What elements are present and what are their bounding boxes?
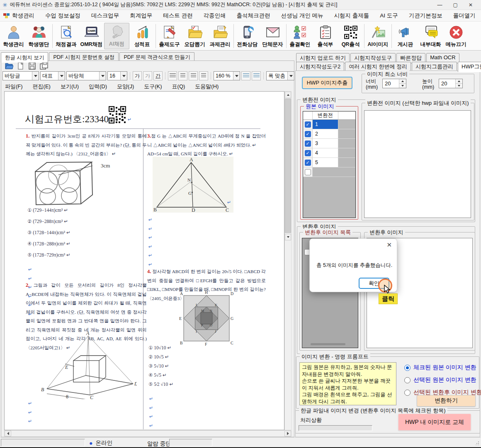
list-item[interactable]: ✓ 1 — [303, 120, 355, 129]
radio-unselected-icon[interactable] — [404, 377, 411, 383]
menu-printing[interactable]: 각종인쇄 — [198, 10, 231, 21]
resize-grip[interactable] — [475, 441, 479, 445]
menu-desk-work[interactable]: 데스크업무 — [86, 10, 125, 21]
checkbox-unchecked[interactable] — [305, 169, 311, 175]
list-item[interactable]: ✓ 4 — [303, 148, 355, 158]
bold-button[interactable]: 가 — [133, 71, 142, 80]
indent-decrease-button[interactable] — [252, 71, 261, 80]
radio-selected-icon[interactable] — [404, 365, 411, 371]
style-preset-combo[interactable]: 대표 — [40, 71, 65, 80]
menu-students[interactable]: 학생관리 — [7, 10, 40, 21]
tab-hwp-image-convert[interactable]: HWP그림변환 — [458, 62, 481, 72]
toolbar-report-card[interactable]: 성적표 — [129, 23, 155, 49]
checkbox-checked[interactable]: ✓ — [305, 160, 311, 166]
hwp-menu-input[interactable]: 입력(D) — [89, 82, 112, 91]
source-image-list[interactable]: 변환전 ✓ 1 ✓ 2 ✓ 3 ✓ 4 ✓ 5 — [303, 111, 356, 218]
spinner-arrows[interactable] — [455, 79, 462, 88]
align-right-button[interactable] — [199, 71, 208, 80]
scroll-down-button[interactable] — [285, 234, 291, 240]
hwp-menu-edit[interactable]: 편집(E) — [33, 82, 56, 91]
italic-button[interactable]: 가 — [143, 71, 152, 80]
window-maximize-icon[interactable]: ▢ — [453, 0, 458, 10]
toolbar-attendance-confirm[interactable]: 출결확인 — [287, 23, 313, 49]
spinner-arrows[interactable] — [399, 79, 406, 88]
menu-org-info[interactable]: 기관기본정보 — [403, 10, 448, 21]
width-spinner[interactable]: 20 — [382, 79, 406, 88]
save-icon[interactable] — [28, 62, 36, 70]
document-vertical-scrollbar[interactable] — [284, 91, 292, 430]
underline-button[interactable]: 간 — [153, 71, 163, 80]
alarm-stop-label[interactable]: 알람 중단 — [147, 440, 171, 448]
checkbox-checked[interactable]: ✓ — [305, 150, 311, 156]
hwp-menu-shape[interactable]: 모양(J) — [117, 82, 139, 91]
radio-convert-selected-source[interactable]: 선택된 원본 이미지 변환 — [404, 376, 476, 384]
checkbox-checked[interactable]: ✓ — [305, 131, 311, 137]
list-item[interactable]: ✓ 3 — [303, 139, 355, 148]
toolbar-student-roster[interactable]: 학생명단 — [26, 23, 51, 49]
zoom-combo[interactable]: 160 % — [214, 71, 240, 80]
toolbar-wrong-answer[interactable]: 오답뽑기 — [182, 23, 207, 49]
align-left-button[interactable] — [178, 71, 187, 80]
menu-accounting[interactable]: 회계업무 — [124, 10, 158, 21]
hwp-menu-table[interactable]: 표(Q) — [172, 82, 190, 91]
menu-attendance-check[interactable]: 출석체크관련 — [231, 10, 276, 21]
toolbar-group-sms[interactable]: 단체문자 — [260, 23, 285, 49]
checkbox-checked[interactable]: ✓ — [305, 121, 311, 128]
menu-class-settings[interactable]: 수업 정보설정 — [40, 10, 86, 21]
hwp-extract-button[interactable]: HWP 이미지추출 — [302, 77, 352, 89]
window-minimize-icon[interactable]: — — [437, 0, 442, 10]
toolbar-grading-result[interactable]: 채점결과 — [53, 23, 79, 49]
fit-width-combo[interactable]: 폭 맞춤 — [266, 71, 294, 80]
hwp-menu-view[interactable]: 보기(U) — [61, 82, 84, 91]
hwp-menu-file[interactable]: 파일(F) — [5, 82, 28, 91]
close-circle-icon — [448, 24, 464, 40]
open-folder-icon[interactable] — [5, 62, 13, 70]
menu-open-folder[interactable]: 폴더열기 — [448, 10, 481, 21]
dialog-close-icon[interactable]: ✕ — [386, 241, 392, 249]
save-as-icon[interactable] — [40, 62, 48, 70]
tab-hwp-exam-view[interactable]: 한글 시험지 보기 — [1, 52, 48, 63]
toolbar-menu-off[interactable]: 메뉴끄기 — [443, 23, 469, 49]
radio-unselected-icon[interactable] — [404, 390, 411, 396]
document-horizontal-scrollbar[interactable] — [4, 430, 292, 437]
list-item[interactable]: ✓ 2 — [303, 129, 355, 139]
window-close-icon[interactable]: ✕ — [469, 0, 473, 10]
indent-increase-button[interactable] — [241, 71, 250, 80]
toolbar-phone-consult[interactable]: 전화상담 — [235, 23, 260, 49]
radio-convert-checked-source[interactable]: 체크된 원본 이미지 변환 — [404, 364, 476, 371]
prompt-textarea[interactable]: 그림 원본은 유지하고, 원본의 숫자나 문자내용은 변경하지 말아줘. 손으로… — [299, 362, 396, 405]
toolbar-ai-image[interactable]: AI이미지 — [365, 23, 391, 49]
toolbar-internal-chat[interactable]: 내부대화 — [418, 23, 443, 49]
font-combo[interactable]: 바탕체 — [66, 71, 106, 80]
toolbar-homework[interactable]: 과제관리 — [207, 23, 233, 49]
toolbar-ai-grading[interactable]: AI채점 — [104, 23, 129, 49]
align-center-button[interactable] — [189, 71, 198, 80]
paragraph-style-combo[interactable]: 바탕글 — [2, 71, 39, 80]
convert-button[interactable]: 변환하기 — [417, 395, 476, 407]
menu-exam-tools[interactable]: 시험지 출제툴 — [329, 10, 375, 21]
toolbar-exam-authoring[interactable]: 출제도구 — [157, 23, 182, 49]
toolbar-bulletin-board[interactable]: 게시판 — [393, 23, 418, 49]
list-item[interactable]: ✓ 5 — [303, 158, 355, 167]
align-justify-button[interactable] — [168, 71, 177, 80]
replace-hwp-image-button[interactable]: HWP 내 이미지로 교체 — [398, 414, 471, 431]
hwp-menu-help[interactable]: 도움말(H) — [195, 82, 223, 91]
scroll-up-button[interactable] — [285, 92, 291, 98]
scroll-right-button[interactable] — [284, 431, 291, 436]
hwp-menu-tools[interactable]: 도구(K) — [144, 82, 167, 91]
list-item-empty[interactable] — [303, 167, 355, 177]
new-document-icon[interactable] — [17, 62, 25, 70]
toolbar-attendance-book[interactable]: 출석부 — [313, 23, 338, 49]
scroll-thumb[interactable] — [285, 99, 291, 233]
toolbar-omr-grading[interactable]: OMR OMR채점 — [79, 23, 104, 49]
checkbox-checked[interactable]: ✓ — [305, 140, 311, 147]
menu-teacher-personal[interactable]: 선생님 개인 메뉴 — [276, 10, 329, 21]
list-scroll-thumb[interactable] — [311, 343, 345, 345]
font-size-combo[interactable]: 16 — [107, 71, 127, 80]
toolbar-qr-attendance[interactable]: QR출석 — [338, 23, 363, 49]
toolbar-student-manage[interactable]: 학생관리 — [1, 23, 26, 49]
menu-tests[interactable]: 테스트 관련 — [158, 10, 198, 21]
menu-ai-tools[interactable]: AI 도구 — [374, 10, 403, 21]
height-spinner[interactable]: 20 — [439, 79, 463, 88]
scroll-left-button[interactable] — [5, 431, 11, 436]
